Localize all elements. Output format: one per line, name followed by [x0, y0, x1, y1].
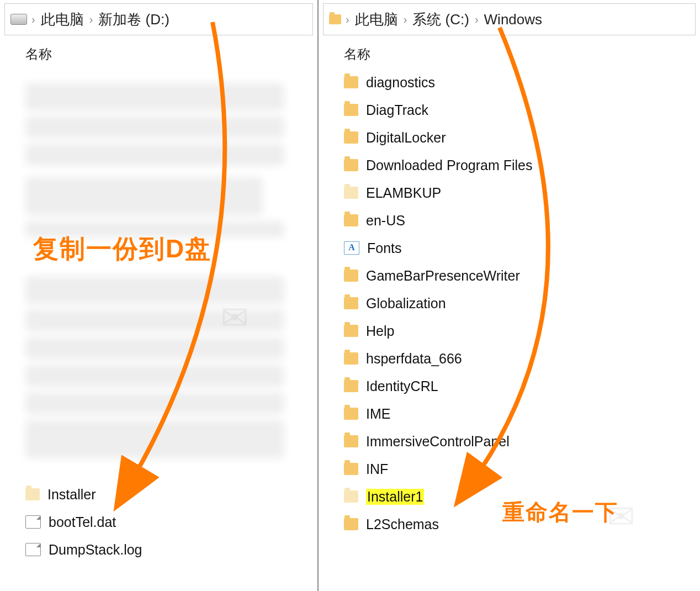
- list-item[interactable]: DiagTrack: [344, 96, 700, 124]
- list-item[interactable]: DigitalLocker: [344, 124, 700, 151]
- chevron-right-icon[interactable]: ›: [29, 13, 38, 26]
- item-name: IME: [366, 406, 390, 422]
- redacted-row: [25, 144, 284, 166]
- file-icon: [25, 515, 41, 529]
- folder-icon: [344, 435, 358, 447]
- list-item[interactable]: Installer1: [344, 483, 700, 510]
- list-item[interactable]: Downloaded Program Files: [344, 151, 700, 179]
- redacted-row: [25, 177, 263, 215]
- list-item[interactable]: Globalization: [344, 289, 700, 317]
- folder-icon: [344, 104, 358, 116]
- folder-icon: [344, 214, 358, 226]
- list-item[interactable]: hsperfdata_666: [344, 345, 700, 372]
- item-name: ELAMBKUP: [366, 185, 441, 201]
- breadcrumb-segment[interactable]: Windows: [481, 11, 545, 28]
- chevron-right-icon[interactable]: ›: [343, 13, 352, 26]
- redacted-row: [25, 83, 284, 110]
- explorer-pane-d-drive: › 此电脑 › 新加卷 (D:) 名称 Installer bootTel.da…: [0, 0, 317, 591]
- chevron-right-icon[interactable]: ›: [401, 13, 410, 26]
- item-name: Downloaded Program Files: [366, 157, 533, 173]
- folder-icon: [344, 297, 358, 309]
- folder-icon: [344, 325, 358, 337]
- item-name: DigitalLocker: [366, 130, 446, 146]
- list-item[interactable]: IdentityCRL: [344, 372, 700, 400]
- item-name: DiagTrack: [366, 102, 428, 118]
- chevron-right-icon[interactable]: ›: [87, 13, 96, 26]
- list-item[interactable]: bootTel.dat: [25, 508, 142, 536]
- drive-icon: [10, 14, 27, 25]
- item-name: GameBarPresenceWriter: [366, 268, 520, 284]
- folder-icon: [344, 131, 358, 144]
- redacted-row: [25, 309, 284, 331]
- redacted-row: [25, 365, 284, 387]
- item-name: bootTel.dat: [49, 514, 116, 530]
- list-item[interactable]: GameBarPresenceWriter: [344, 262, 700, 289]
- item-name: Installer: [47, 487, 96, 503]
- item-name: IdentityCRL: [366, 378, 438, 394]
- item-name: Fonts: [367, 240, 402, 256]
- breadcrumb[interactable]: › 此电脑 › 系统 (C:) › Windows: [323, 3, 696, 35]
- breadcrumb[interactable]: › 此电脑 › 新加卷 (D:): [4, 3, 313, 35]
- item-name: INF: [366, 461, 388, 477]
- list-item[interactable]: INF: [344, 455, 700, 483]
- list-item[interactable]: IME: [344, 400, 700, 428]
- folder-icon: [329, 14, 341, 24]
- list-item[interactable]: L2Schemas: [344, 510, 700, 538]
- list-item[interactable]: Help: [344, 317, 700, 345]
- list-item[interactable]: ELAMBKUP: [344, 179, 700, 207]
- item-name: Help: [366, 323, 394, 339]
- explorer-pane-c-windows: › 此电脑 › 系统 (C:) › Windows 名称 diagnostics…: [317, 0, 700, 591]
- item-name: ImmersiveControlPanel: [366, 434, 510, 450]
- item-name: hsperfdata_666: [366, 351, 462, 367]
- list-item[interactable]: DumpStack.log: [25, 536, 142, 563]
- breadcrumb-segment[interactable]: 新加卷 (D:): [95, 10, 173, 29]
- breadcrumb-segment[interactable]: 此电脑: [352, 10, 401, 29]
- folder-icon: [344, 187, 358, 199]
- list-item[interactable]: diagnostics: [344, 68, 700, 96]
- breadcrumb-segment[interactable]: 系统 (C:): [409, 10, 473, 29]
- folder-icon: [344, 463, 358, 475]
- item-name: Globalization: [366, 296, 446, 312]
- item-name: DumpStack.log: [49, 542, 142, 558]
- folder-icon: [344, 270, 358, 282]
- list-item[interactable]: ImmersiveControlPanel: [344, 428, 700, 455]
- breadcrumb-segment[interactable]: 此电脑: [38, 10, 87, 29]
- folder-icon: [25, 488, 40, 500]
- file-icon: [25, 543, 41, 556]
- item-name: L2Schemas: [366, 516, 439, 532]
- list-item[interactable]: Fonts: [344, 234, 700, 262]
- redacted-row: [25, 276, 284, 304]
- list-item[interactable]: en-US: [344, 207, 700, 234]
- folder-icon: [344, 490, 358, 503]
- fonts-icon: [344, 241, 359, 255]
- redacted-row: [25, 221, 284, 238]
- redacted-row: [25, 392, 284, 414]
- column-header-name[interactable]: 名称: [25, 45, 317, 63]
- folder-icon: [344, 380, 358, 392]
- chevron-right-icon[interactable]: ›: [473, 13, 481, 26]
- folder-icon: [344, 518, 358, 530]
- redacted-row: [25, 420, 284, 458]
- list-item[interactable]: Installer: [25, 481, 142, 508]
- folder-icon: [344, 352, 358, 365]
- item-name: Installer1: [366, 489, 424, 505]
- item-name: en-US: [366, 213, 405, 229]
- redacted-row: [25, 116, 284, 138]
- redacted-row: [25, 337, 284, 359]
- column-header-name[interactable]: 名称: [344, 45, 700, 63]
- folder-icon: [344, 159, 358, 171]
- folder-icon: [344, 76, 358, 88]
- item-name: diagnostics: [366, 75, 435, 91]
- folder-icon: [344, 408, 358, 420]
